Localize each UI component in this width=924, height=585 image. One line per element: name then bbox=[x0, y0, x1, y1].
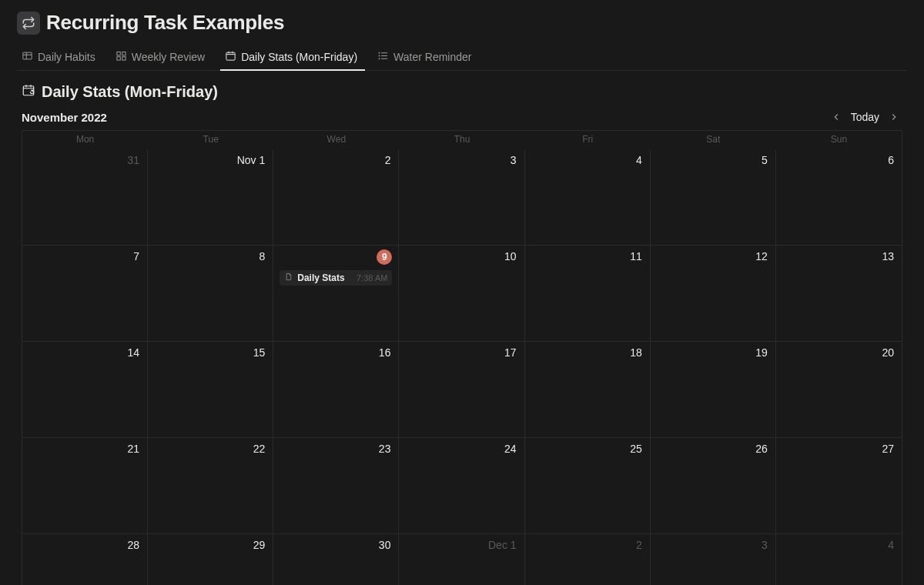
calendar-week: 789Daily Stats7:38 AM10111213 bbox=[22, 246, 902, 342]
page-header: Recurring Task Examples bbox=[17, 8, 907, 42]
dow-label: Thu bbox=[399, 131, 524, 149]
calendar-cell[interactable]: 29 bbox=[148, 534, 273, 585]
event-title: Daily Stats bbox=[297, 272, 344, 283]
today-button[interactable]: Today bbox=[849, 109, 881, 125]
calendar-cell[interactable]: 30 bbox=[273, 534, 399, 585]
date-label: 27 bbox=[882, 443, 894, 455]
svg-point-8 bbox=[379, 58, 380, 59]
calendar-week: 31Nov 123456 bbox=[22, 149, 902, 246]
date-label: 18 bbox=[630, 346, 642, 359]
date-label: 17 bbox=[504, 346, 517, 359]
calendar-cell[interactable]: 14 bbox=[22, 342, 148, 438]
tab-weekly-review[interactable]: Weekly Review bbox=[111, 45, 213, 70]
calendar-cell[interactable]: 2 bbox=[525, 534, 651, 585]
calendar-cell[interactable]: 18 bbox=[525, 342, 651, 438]
calendar-cell[interactable]: 20 bbox=[776, 342, 902, 438]
calendar-toolbar: November 2022 Today bbox=[17, 105, 907, 130]
calendar-cell[interactable]: 17 bbox=[399, 342, 524, 438]
calendar-cell[interactable]: 27 bbox=[776, 438, 902, 534]
date-label: Dec 1 bbox=[488, 539, 517, 551]
today-badge: 9 bbox=[377, 249, 392, 265]
calendar-cell[interactable]: 15 bbox=[148, 342, 273, 438]
calendar-cell[interactable]: 3 bbox=[651, 534, 776, 585]
dow-label: Wed bbox=[273, 131, 399, 149]
calendar-cell[interactable]: 9Daily Stats7:38 AM bbox=[273, 246, 399, 342]
dow-row: MonTueWedThuFriSatSun bbox=[22, 131, 902, 149]
calendar-cell[interactable]: 21 bbox=[22, 438, 148, 534]
date-label: 4 bbox=[888, 539, 894, 551]
tab-daily-habits[interactable]: Daily Habits bbox=[17, 45, 103, 70]
date-label: 23 bbox=[379, 443, 391, 455]
calendar-grid: MonTueWedThuFriSatSun 31Nov 123456789Dai… bbox=[22, 130, 902, 585]
dow-label: Tue bbox=[148, 131, 273, 149]
date-label: 15 bbox=[253, 346, 266, 359]
svg-rect-5 bbox=[226, 52, 235, 60]
calendar-cell[interactable]: 6 bbox=[776, 149, 902, 246]
date-label: 30 bbox=[379, 539, 391, 551]
calendar-cell[interactable]: 28 bbox=[22, 534, 148, 585]
calendar-week: 282930Dec 1234 bbox=[22, 534, 902, 585]
tab-label: Weekly Review bbox=[132, 51, 205, 63]
calendar-cell[interactable]: 4 bbox=[776, 534, 902, 585]
calendar-cell[interactable]: 12 bbox=[651, 246, 776, 342]
svg-rect-4 bbox=[122, 57, 125, 60]
prev-month-button[interactable] bbox=[828, 109, 845, 125]
calendar-cell[interactable]: 31 bbox=[22, 149, 148, 246]
date-label: 2 bbox=[385, 154, 391, 166]
calendar-cell[interactable]: 13 bbox=[776, 246, 902, 342]
date-label: 22 bbox=[253, 443, 266, 455]
calendar-cell[interactable]: 7 bbox=[22, 246, 148, 342]
date-label: 10 bbox=[504, 250, 517, 262]
dow-label: Mon bbox=[22, 131, 148, 149]
svg-point-6 bbox=[379, 52, 380, 53]
page-icon bbox=[284, 272, 293, 283]
calendar-cell[interactable]: 10 bbox=[399, 246, 524, 342]
date-label: 11 bbox=[630, 250, 642, 262]
date-label: 24 bbox=[504, 443, 517, 455]
calendar-cell[interactable]: 4 bbox=[525, 149, 651, 246]
section-title: Daily Stats (Mon-Friday) bbox=[42, 83, 218, 101]
calendar-cell[interactable]: 2 bbox=[273, 149, 399, 246]
tab-water-reminder[interactable]: Water Reminder bbox=[373, 45, 479, 70]
calendar-cell[interactable]: 24 bbox=[399, 438, 524, 534]
dow-label: Fri bbox=[525, 131, 651, 149]
date-label: 5 bbox=[762, 154, 768, 166]
calendar-cell[interactable]: Nov 1 bbox=[148, 149, 273, 246]
calendar-cell[interactable]: 8 bbox=[148, 246, 273, 342]
calendar-cell[interactable]: 3 bbox=[399, 149, 524, 246]
calendar-cell[interactable]: 22 bbox=[148, 438, 273, 534]
tab-label: Daily Stats (Mon-Friday) bbox=[241, 51, 357, 63]
calendar-weeks: 31Nov 123456789Daily Stats7:38 AM1011121… bbox=[22, 149, 902, 585]
date-label: 3 bbox=[762, 539, 768, 551]
date-label: 31 bbox=[128, 154, 140, 166]
date-label: 20 bbox=[882, 346, 894, 359]
date-label: 19 bbox=[755, 346, 768, 359]
date-label: 4 bbox=[636, 154, 642, 166]
svg-rect-0 bbox=[23, 52, 32, 59]
date-label: 26 bbox=[755, 443, 768, 455]
month-label: November 2022 bbox=[22, 111, 107, 124]
calendar-event[interactable]: Daily Stats7:38 AM bbox=[280, 270, 392, 286]
calendar-cell[interactable]: 19 bbox=[651, 342, 776, 438]
svg-rect-1 bbox=[117, 52, 120, 55]
tab-daily-stats-mon-friday[interactable]: Daily Stats (Mon-Friday) bbox=[220, 45, 365, 70]
date-label: 6 bbox=[888, 154, 894, 166]
date-label: 3 bbox=[511, 154, 517, 166]
calendar-nav: Today bbox=[828, 109, 902, 125]
svg-rect-2 bbox=[122, 52, 125, 55]
calendar-cell[interactable]: 11 bbox=[525, 246, 651, 342]
calendar-cell[interactable]: Dec 1 bbox=[399, 534, 524, 585]
calendar-cell[interactable]: 25 bbox=[525, 438, 651, 534]
list-icon bbox=[377, 50, 389, 64]
date-label: 14 bbox=[128, 346, 140, 359]
repeat-icon bbox=[17, 12, 40, 35]
calendar-icon bbox=[225, 50, 236, 64]
calendar-cell[interactable]: 5 bbox=[651, 149, 776, 246]
date-label: Nov 1 bbox=[237, 154, 266, 166]
calendar-week: 21222324252627 bbox=[22, 438, 902, 534]
calendar-cell[interactable]: 23 bbox=[273, 438, 399, 534]
calendar-cell[interactable]: 26 bbox=[651, 438, 776, 534]
next-month-button[interactable] bbox=[886, 109, 902, 125]
date-label: 8 bbox=[259, 250, 265, 262]
calendar-cell[interactable]: 16 bbox=[273, 342, 399, 438]
